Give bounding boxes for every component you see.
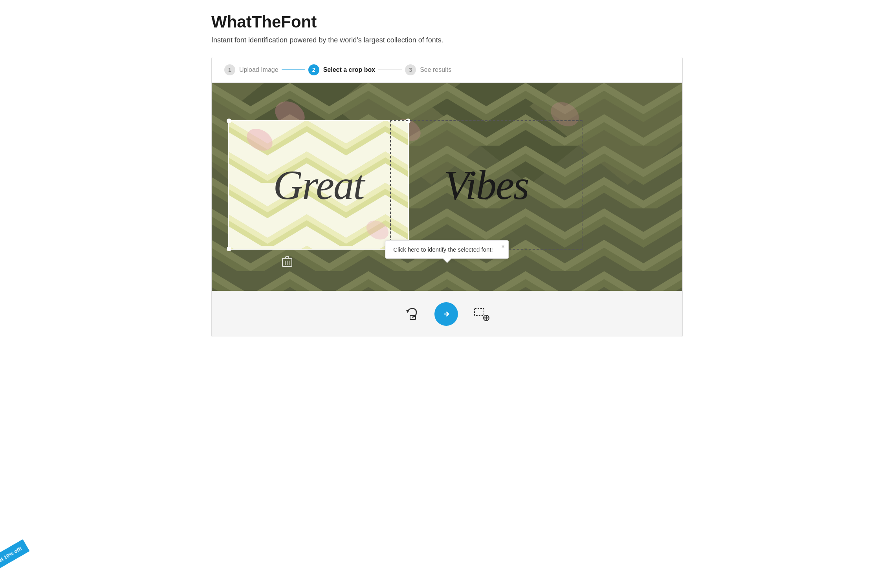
- main-card: 1 Upload Image 2 Select a crop box 3 See…: [211, 57, 683, 337]
- crop-handle-bottom-left[interactable]: [227, 247, 231, 251]
- step-1-label: Upload Image: [239, 66, 278, 73]
- bottom-toolbar: [212, 291, 682, 337]
- step-3-circle: 3: [405, 64, 416, 75]
- tooltip-close-button[interactable]: ×: [502, 244, 505, 249]
- delete-crop-icon[interactable]: [282, 256, 293, 270]
- identify-tooltip: Click here to identify the selected font…: [385, 240, 509, 259]
- add-crop-button[interactable]: [471, 304, 493, 324]
- page-title: WhatTheFont: [211, 13, 683, 31]
- svg-rect-33: [474, 309, 484, 316]
- identify-button[interactable]: [434, 302, 458, 326]
- step-3: 3 See results: [405, 64, 451, 75]
- crop-box-secondary[interactable]: [390, 120, 583, 250]
- crop-box-active[interactable]: [228, 120, 409, 250]
- step-2-label: Select a crop box: [323, 66, 376, 73]
- crop-handle-top-left[interactable]: [227, 119, 231, 123]
- step-2-circle: 2: [308, 64, 319, 75]
- rotate-button[interactable]: [401, 304, 422, 324]
- step-1: 1 Upload Image: [224, 64, 278, 75]
- steps-bar: 1 Upload Image 2 Select a crop box 3 See…: [212, 57, 682, 83]
- step-2: 2 Select a crop box: [308, 64, 376, 75]
- svg-marker-31: [406, 310, 409, 313]
- step-3-label: See results: [420, 66, 451, 73]
- step-1-circle: 1: [224, 64, 235, 75]
- step-connector-1: [282, 69, 305, 70]
- image-canvas: Great Vibes: [212, 83, 682, 291]
- tooltip-arrow: [443, 258, 451, 262]
- tooltip-box: Click here to identify the selected font…: [385, 240, 509, 259]
- step-connector-2: [378, 69, 402, 70]
- tooltip-text: Click here to identify the selected font…: [393, 246, 493, 253]
- page-subtitle: Instant font identification powered by t…: [211, 36, 683, 44]
